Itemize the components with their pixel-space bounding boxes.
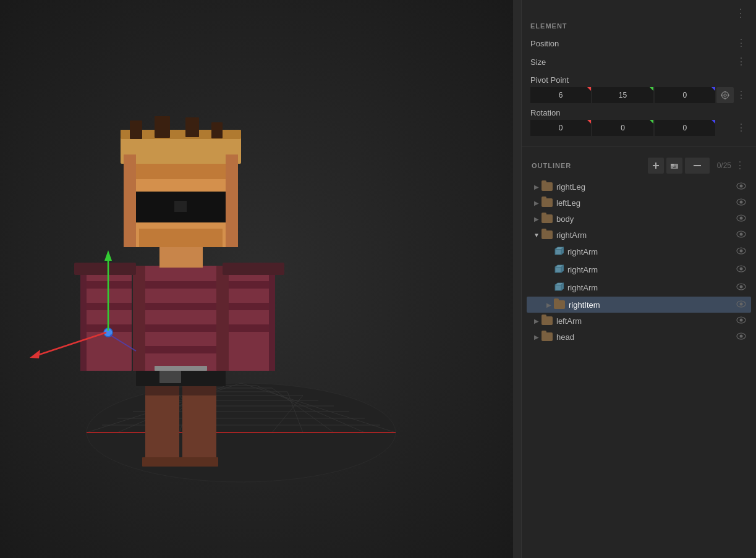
- rotation-z-wrapper: [655, 120, 715, 136]
- svg-point-93: [740, 216, 743, 219]
- item-name-rightArm_1: rightArm: [567, 247, 736, 256]
- outliner-item-rightArm[interactable]: ▼rightArm: [527, 227, 751, 243]
- rotation-label-row: Rotation: [530, 108, 747, 117]
- svg-rect-50: [269, 266, 275, 371]
- rotation-z-marker: [711, 120, 715, 124]
- svg-point-89: [740, 184, 743, 187]
- expand-icon-leftLeg[interactable]: ▶: [532, 198, 542, 208]
- visibility-icon-leftLeg[interactable]: [736, 198, 746, 208]
- rotation-x-marker: [587, 120, 591, 124]
- outliner-item-rightArm_1[interactable]: rightArm: [527, 243, 751, 261]
- visibility-icon-rightItem[interactable]: [736, 300, 746, 310]
- add-folder-icon: [670, 162, 679, 169]
- visibility-icon-rightArm_3[interactable]: [736, 283, 746, 292]
- item-name-leftArm: leftArm: [556, 316, 736, 326]
- outliner-list: ▶rightLeg ▶leftLeg ▶body ▼rightArm right…: [522, 179, 756, 558]
- expand-icon-rightItem[interactable]: ▶: [544, 300, 554, 310]
- pivot-target-button[interactable]: [716, 87, 734, 103]
- folder-icon-rightLeg: [542, 182, 553, 191]
- outliner-section: OUTLINER: [522, 151, 756, 558]
- folder-icon-leftArm: [542, 316, 553, 325]
- pivot-z-marker: [711, 87, 715, 91]
- expand-icon-rightArm[interactable]: ▼: [532, 230, 542, 240]
- outliner-item-body[interactable]: ▶body: [527, 211, 751, 227]
- rotation-more-icon[interactable]: ⋮: [735, 122, 747, 134]
- folder-icon-rightArm: [542, 230, 553, 239]
- folder-icon-rightItem: [554, 300, 565, 309]
- expand-icon-rightArm_3[interactable]: [544, 283, 554, 293]
- svg-point-76: [724, 94, 726, 96]
- cube-icon-rightArm_1: [554, 246, 567, 258]
- expand-icon-head[interactable]: ▶: [532, 332, 542, 342]
- outliner-item-leftArm[interactable]: ▶leftArm: [527, 313, 751, 329]
- add-item-button[interactable]: [648, 158, 664, 174]
- expand-icon-rightArm_1[interactable]: [544, 247, 554, 257]
- pivot-more-icon[interactable]: ⋮: [735, 89, 747, 101]
- svg-rect-30: [159, 371, 181, 383]
- svg-rect-59: [155, 116, 170, 138]
- expand-icon-body[interactable]: ▶: [532, 214, 542, 224]
- rotation-y-input[interactable]: [592, 120, 653, 136]
- outliner-item-rightArm_3[interactable]: rightArm: [527, 279, 751, 297]
- visibility-icon-rightArm[interactable]: [736, 230, 746, 240]
- item-name-rightArm: rightArm: [556, 230, 736, 240]
- svg-rect-60: [185, 117, 199, 137]
- svg-point-116: [740, 334, 743, 337]
- plus-icon: [652, 162, 660, 169]
- outliner-item-head[interactable]: ▶head: [527, 329, 751, 345]
- panel-options-icon[interactable]: ⋮: [734, 6, 747, 20]
- cube-icon-rightArm_2: [554, 264, 567, 276]
- svg-rect-44: [80, 266, 87, 371]
- visibility-icon-head[interactable]: [736, 332, 746, 342]
- outliner-count: 0/25: [717, 161, 731, 170]
- pivot-z-input[interactable]: [655, 87, 715, 103]
- minus-icon: [693, 164, 702, 167]
- folder-icon-body: [542, 214, 553, 223]
- folder-icon-leftLeg: [542, 198, 553, 207]
- rotation-y-wrapper: [592, 120, 653, 136]
- pivot-x-marker: [587, 87, 591, 91]
- pivot-y-input[interactable]: [592, 87, 653, 103]
- svg-rect-51: [74, 263, 136, 275]
- svg-rect-96: [555, 249, 561, 255]
- expand-icon-rightArm_2[interactable]: [544, 265, 554, 275]
- position-more-icon[interactable]: ⋮: [735, 37, 747, 49]
- scene-svg: [0, 0, 513, 558]
- item-name-rightItem: rightItem: [569, 300, 736, 310]
- svg-rect-37: [216, 266, 229, 371]
- expand-icon-rightLeg[interactable]: ▶: [532, 182, 542, 192]
- pivot-x-input[interactable]: [530, 87, 591, 103]
- item-name-rightArm_3: rightArm: [567, 283, 736, 292]
- svg-point-95: [740, 232, 743, 235]
- expand-icon-leftArm[interactable]: ▶: [532, 316, 542, 326]
- outliner-title: OUTLINER: [532, 162, 571, 169]
- visibility-icon-leftArm[interactable]: [736, 316, 746, 326]
- outliner-item-rightItem[interactable]: ▶rightItem: [527, 297, 751, 313]
- remove-button[interactable]: [685, 158, 710, 174]
- viewport[interactable]: ⋮: [0, 0, 521, 558]
- outliner-item-rightArm_2[interactable]: rightArm: [527, 261, 751, 279]
- svg-point-105: [740, 268, 743, 271]
- outliner-item-leftLeg[interactable]: ▶leftLeg: [527, 195, 751, 211]
- visibility-icon-rightArm_1[interactable]: [736, 247, 746, 256]
- visibility-icon-body[interactable]: [736, 214, 746, 224]
- outliner-header: OUTLINER: [522, 151, 756, 179]
- element-section-title: ELEMENT: [530, 22, 747, 30]
- svg-rect-87: [694, 165, 701, 166]
- rotation-z-input[interactable]: [655, 120, 715, 136]
- outliner-more-icon[interactable]: ⋮: [734, 159, 746, 172]
- rotation-x-input[interactable]: [530, 120, 591, 136]
- svg-point-114: [740, 318, 743, 321]
- add-group-button[interactable]: [666, 158, 682, 174]
- item-name-leftLeg: leftLeg: [556, 198, 736, 208]
- visibility-icon-rightLeg[interactable]: [736, 182, 746, 192]
- target-icon: [721, 91, 729, 99]
- size-more-icon[interactable]: ⋮: [735, 56, 747, 68]
- svg-point-75: [721, 92, 728, 99]
- svg-rect-32: [133, 281, 229, 289]
- svg-rect-86: [673, 167, 676, 168]
- svg-rect-58: [130, 120, 142, 139]
- visibility-icon-rightArm_2[interactable]: [736, 265, 746, 274]
- outliner-item-rightLeg[interactable]: ▶rightLeg: [527, 179, 751, 195]
- right-panel: ⋮ ELEMENT Position ⋮ Size ⋮ Pivot Point: [521, 0, 756, 558]
